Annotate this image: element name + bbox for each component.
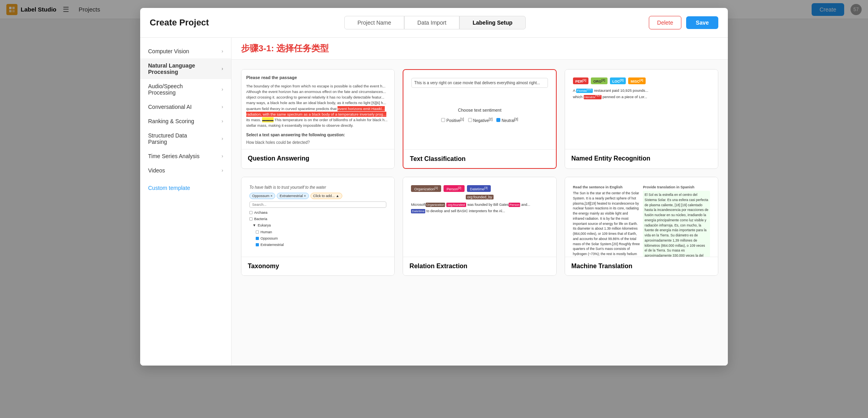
save-button[interactable]: Save [686, 16, 718, 19]
step-project-name[interactable]: Project Name [344, 16, 404, 19]
modal-title: Create Project [150, 17, 221, 19]
create-project-modal: Create Project Project Name Data Import … [140, 8, 728, 19]
step-labeling-setup[interactable]: Labeling Setup [459, 16, 525, 19]
modal-overlay: Create Project Project Name Data Import … [0, 0, 868, 19]
delete-button[interactable]: Delete [649, 16, 681, 19]
step-data-import[interactable]: Data Import [404, 16, 459, 19]
modal-actions: Delete Save [649, 16, 718, 19]
modal-steps: Project Name Data Import Labeling Setup [229, 16, 641, 19]
modal-header: Create Project Project Name Data Import … [140, 8, 728, 19]
